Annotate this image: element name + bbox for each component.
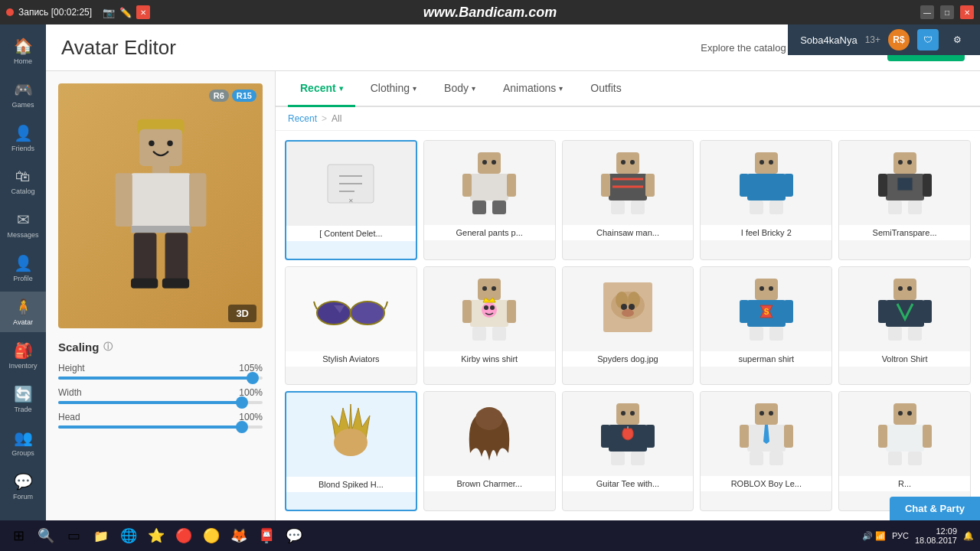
svg-rect-100 bbox=[740, 425, 749, 448]
sidebar-label-catalog: Catalog bbox=[11, 187, 34, 195]
settings-icon[interactable]: ⚙ bbox=[946, 29, 968, 51]
svg-point-25 bbox=[630, 160, 635, 165]
pencil-icon[interactable]: ✏️ bbox=[119, 7, 132, 18]
item-name-spyders-dog: Spyders dog.jpg bbox=[563, 351, 694, 367]
item-stylish-aviators[interactable]: Stylish Aviators bbox=[285, 266, 417, 385]
tab-outfits[interactable]: Outfits bbox=[578, 71, 633, 107]
svg-point-70 bbox=[769, 286, 773, 291]
item-name-blond-spiked: Blond Spiked H... bbox=[286, 477, 416, 492]
sidebar-item-groups[interactable]: 👥 Groups bbox=[0, 422, 46, 463]
item-superman-shirt[interactable]: S superman shirt bbox=[700, 266, 832, 385]
svg-rect-46 bbox=[908, 201, 922, 214]
cam-icon[interactable]: 📷 bbox=[103, 7, 115, 18]
sidebar-item-messages[interactable]: ✉ Messages bbox=[0, 204, 46, 245]
pinned-5[interactable]: 📮 bbox=[254, 523, 279, 548]
notification-btn[interactable]: 🔔 bbox=[963, 531, 974, 541]
svg-rect-31 bbox=[755, 152, 778, 174]
item-spyders-dog[interactable]: Spyders dog.jpg bbox=[562, 266, 694, 385]
recording-info: Запись [00:02:25] 📷 ✏️ ✕ bbox=[6, 5, 150, 19]
inventory-icon: 🎒 bbox=[14, 341, 33, 360]
item-chainsaw-man[interactable]: Chainsaw man... bbox=[562, 140, 694, 260]
user-bar: Soba4kaNya 13+ R$ 🛡 ⚙ bbox=[788, 24, 980, 55]
chat-party-button[interactable]: Chat & Party bbox=[890, 497, 980, 520]
pinned-1[interactable]: ⭐ bbox=[144, 523, 168, 548]
item-content-deleted[interactable]: ✕ [ Content Delet... bbox=[285, 140, 417, 260]
scaling-info-icon[interactable]: ⓘ bbox=[103, 341, 113, 354]
item-15[interactable]: R... bbox=[838, 391, 971, 511]
search-button[interactable]: 🔍 bbox=[34, 523, 58, 548]
tab-clothing[interactable]: Clothing ▾ bbox=[358, 71, 429, 107]
item-brown-charmer[interactable]: Brown Charmer... bbox=[423, 391, 556, 511]
item-i-feel-bricky[interactable]: I feel Bricky 2 bbox=[700, 140, 832, 260]
pinned-3[interactable]: 🟡 bbox=[199, 523, 224, 548]
shield-icon[interactable]: 🛡 bbox=[917, 29, 939, 51]
svg-rect-1 bbox=[139, 129, 182, 166]
breadcrumb-recent[interactable]: Recent bbox=[288, 113, 317, 124]
tab-animations[interactable]: Animations ▾ bbox=[491, 71, 575, 107]
sidebar-item-home[interactable]: 🏠 Home bbox=[0, 31, 46, 71]
r6-badge[interactable]: R6 bbox=[209, 90, 229, 102]
item-roblox-boy[interactable]: ROBLOX Boy Le... bbox=[700, 391, 832, 511]
height-row: Height 105% bbox=[58, 363, 263, 380]
item-img-spyders-dog bbox=[563, 267, 694, 351]
scaling-section: Scaling ⓘ Height 105% bbox=[58, 341, 263, 429]
svg-rect-75 bbox=[750, 327, 763, 341]
catalog-panel: Recent ▾ Clothing ▾ Body ▾ Animations ▾ bbox=[276, 71, 980, 520]
close-btn[interactable]: ✕ bbox=[960, 5, 974, 19]
sidebar-item-games[interactable]: 🎮 Games bbox=[0, 74, 46, 115]
games-icon: 🎮 bbox=[14, 80, 33, 99]
item-general-pants[interactable]: General pants p... bbox=[423, 140, 556, 260]
svg-rect-45 bbox=[888, 201, 902, 214]
tab-recent[interactable]: Recent ▾ bbox=[288, 71, 355, 107]
svg-rect-103 bbox=[769, 452, 783, 465]
task-view-button[interactable]: ▭ bbox=[61, 523, 86, 548]
sidebar-label-friends: Friends bbox=[11, 145, 34, 152]
r15-badge[interactable]: R15 bbox=[232, 90, 256, 102]
tab-body-label: Body bbox=[444, 82, 469, 94]
svg-point-86 bbox=[475, 407, 503, 430]
view-3d-button[interactable]: 3D bbox=[228, 305, 256, 322]
width-slider-thumb[interactable] bbox=[236, 396, 248, 409]
svg-point-55 bbox=[484, 305, 488, 310]
sidebar-item-inventory[interactable]: 🎒 Inventory bbox=[0, 335, 46, 376]
item-kirby-wins-shirt[interactable]: Kirby wins shirt bbox=[423, 266, 556, 385]
pinned-2[interactable]: 🔴 bbox=[172, 523, 196, 548]
height-slider-thumb[interactable] bbox=[247, 372, 259, 384]
tab-recent-arrow: ▾ bbox=[339, 84, 343, 93]
avatar-badges: R6 R15 bbox=[209, 90, 256, 102]
close-recording-btn[interactable]: ✕ bbox=[136, 5, 150, 19]
sidebar-item-trade[interactable]: 🔄 Trade bbox=[0, 379, 46, 419]
sidebar-item-friends[interactable]: 👤 Friends bbox=[0, 118, 46, 158]
pinned-6[interactable]: 💬 bbox=[282, 523, 306, 548]
start-button[interactable]: ⊞ bbox=[6, 523, 31, 548]
item-semi-transparent[interactable]: SemiTranspare... bbox=[838, 140, 971, 260]
currency-icon[interactable]: R$ bbox=[888, 29, 910, 51]
svg-rect-94 bbox=[611, 452, 625, 465]
item-voltron-shirt[interactable]: Voltron Shirt bbox=[838, 266, 971, 385]
width-row: Width 100% bbox=[58, 387, 263, 404]
sidebar: 🏠 Home 🎮 Games 👤 Friends 🛍 Catalog ✉ Mes… bbox=[0, 24, 46, 520]
sidebar-item-avatar[interactable]: 🧍 Avatar bbox=[0, 292, 46, 332]
svg-rect-111 bbox=[908, 452, 922, 465]
item-blond-spiked[interactable]: Blond Spiked H... bbox=[285, 391, 417, 511]
sidebar-item-catalog[interactable]: 🛍 Catalog bbox=[0, 161, 46, 201]
profile-icon: 👤 bbox=[14, 254, 33, 272]
tabs-bar: Recent ▾ Clothing ▾ Body ▾ Animations ▾ bbox=[276, 71, 980, 107]
item-img-guitar-tee bbox=[563, 392, 694, 476]
main-window: 🏠 Home 🎮 Games 👤 Friends 🛍 Catalog ✉ Mes… bbox=[0, 24, 980, 520]
sidebar-item-forum[interactable]: 💬 Forum bbox=[0, 466, 46, 507]
minimize-btn[interactable]: — bbox=[920, 5, 934, 19]
explorer-button[interactable]: 📁 bbox=[89, 523, 113, 548]
head-slider-thumb[interactable] bbox=[236, 421, 248, 433]
tab-outfits-label: Outfits bbox=[590, 82, 621, 94]
height-label-row: Height 105% bbox=[58, 363, 263, 373]
forum-icon: 💬 bbox=[14, 472, 33, 491]
sidebar-item-profile[interactable]: 👤 Profile bbox=[0, 248, 46, 289]
edge-button[interactable]: 🌐 bbox=[116, 523, 141, 548]
pinned-4[interactable]: 🦊 bbox=[227, 523, 251, 548]
svg-point-54 bbox=[482, 302, 497, 318]
svg-rect-4 bbox=[152, 165, 168, 174]
tab-body[interactable]: Body ▾ bbox=[432, 71, 488, 107]
item-guitar-tee[interactable]: Guitar Tee with... bbox=[562, 391, 694, 511]
maximize-btn[interactable]: □ bbox=[940, 5, 954, 19]
